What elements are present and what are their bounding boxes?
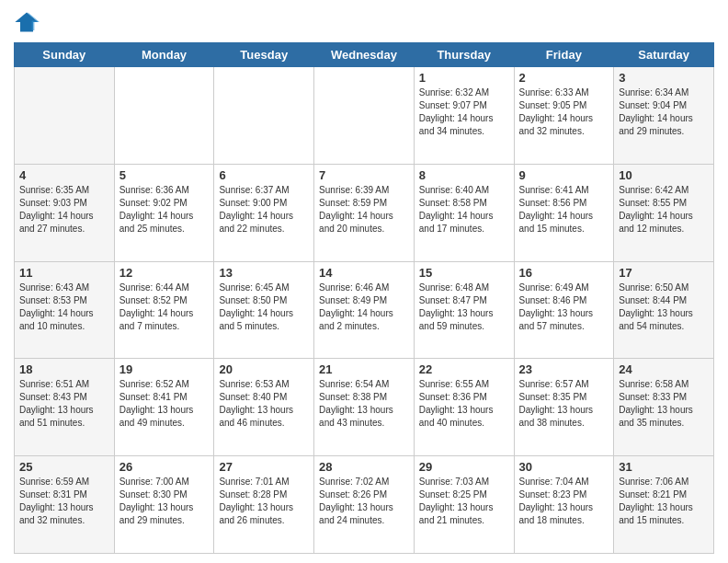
day-number: 12 bbox=[119, 266, 210, 280]
weekday-header-thursday: Thursday bbox=[414, 43, 514, 67]
day-number: 10 bbox=[619, 168, 709, 182]
day-number: 24 bbox=[619, 362, 709, 376]
calendar-cell: 22Sunrise: 6:55 AM Sunset: 8:36 PM Dayli… bbox=[414, 359, 514, 456]
day-number: 25 bbox=[19, 460, 109, 474]
day-number: 8 bbox=[419, 168, 509, 182]
calendar-cell: 29Sunrise: 7:03 AM Sunset: 8:25 PM Dayli… bbox=[414, 456, 514, 554]
calendar-cell: 24Sunrise: 6:58 AM Sunset: 8:33 PM Dayli… bbox=[614, 359, 714, 456]
calendar-cell: 4Sunrise: 6:35 AM Sunset: 9:03 PM Daylig… bbox=[15, 164, 115, 261]
day-info: Sunrise: 6:37 AM Sunset: 9:00 PM Dayligh… bbox=[219, 184, 309, 236]
day-info: Sunrise: 7:03 AM Sunset: 8:25 PM Dayligh… bbox=[419, 476, 509, 527]
day-info: Sunrise: 6:39 AM Sunset: 8:59 PM Dayligh… bbox=[319, 184, 409, 236]
day-number: 13 bbox=[219, 266, 309, 280]
calendar-cell: 15Sunrise: 6:48 AM Sunset: 8:47 PM Dayli… bbox=[414, 261, 514, 359]
calendar-cell: 9Sunrise: 6:41 AM Sunset: 8:56 PM Daylig… bbox=[514, 164, 614, 261]
calendar-cell: 10Sunrise: 6:42 AM Sunset: 8:55 PM Dayli… bbox=[614, 164, 714, 261]
calendar-cell: 23Sunrise: 6:57 AM Sunset: 8:35 PM Dayli… bbox=[514, 359, 614, 456]
calendar-cell: 2Sunrise: 6:33 AM Sunset: 9:05 PM Daylig… bbox=[514, 67, 614, 165]
day-info: Sunrise: 6:42 AM Sunset: 8:55 PM Dayligh… bbox=[619, 184, 709, 236]
day-info: Sunrise: 7:01 AM Sunset: 8:28 PM Dayligh… bbox=[219, 476, 309, 527]
day-number: 26 bbox=[119, 460, 210, 474]
day-number: 29 bbox=[419, 460, 509, 474]
calendar-cell: 12Sunrise: 6:44 AM Sunset: 8:52 PM Dayli… bbox=[114, 261, 214, 359]
day-number: 4 bbox=[19, 168, 109, 182]
calendar-cell: 25Sunrise: 6:59 AM Sunset: 8:31 PM Dayli… bbox=[15, 456, 115, 554]
day-number: 17 bbox=[619, 266, 709, 280]
day-info: Sunrise: 6:46 AM Sunset: 8:49 PM Dayligh… bbox=[319, 282, 409, 333]
calendar-cell: 5Sunrise: 6:36 AM Sunset: 9:02 PM Daylig… bbox=[114, 164, 214, 261]
day-info: Sunrise: 6:34 AM Sunset: 9:04 PM Dayligh… bbox=[619, 86, 709, 138]
weekday-header-sunday: Sunday bbox=[15, 43, 115, 67]
day-number: 2 bbox=[519, 71, 609, 85]
week-row-3: 11Sunrise: 6:43 AM Sunset: 8:53 PM Dayli… bbox=[15, 261, 714, 359]
day-info: Sunrise: 6:36 AM Sunset: 9:02 PM Dayligh… bbox=[119, 184, 210, 236]
day-info: Sunrise: 6:51 AM Sunset: 8:43 PM Dayligh… bbox=[19, 378, 109, 430]
day-info: Sunrise: 6:48 AM Sunset: 8:47 PM Dayligh… bbox=[419, 282, 509, 333]
day-info: Sunrise: 7:00 AM Sunset: 8:30 PM Dayligh… bbox=[119, 476, 210, 527]
calendar-cell bbox=[214, 67, 314, 165]
weekday-header-wednesday: Wednesday bbox=[314, 43, 415, 67]
calendar-cell: 14Sunrise: 6:46 AM Sunset: 8:49 PM Dayli… bbox=[314, 261, 415, 359]
day-info: Sunrise: 6:49 AM Sunset: 8:46 PM Dayligh… bbox=[519, 282, 609, 333]
day-info: Sunrise: 6:35 AM Sunset: 9:03 PM Dayligh… bbox=[19, 184, 109, 236]
day-number: 31 bbox=[619, 460, 709, 474]
day-number: 9 bbox=[519, 168, 609, 182]
calendar-cell bbox=[15, 67, 115, 165]
calendar-cell: 30Sunrise: 7:04 AM Sunset: 8:23 PM Dayli… bbox=[514, 456, 614, 554]
day-number: 30 bbox=[519, 460, 609, 474]
weekday-header-monday: Monday bbox=[114, 43, 214, 67]
day-number: 22 bbox=[419, 362, 509, 376]
calendar-table: SundayMondayTuesdayWednesdayThursdayFrid… bbox=[14, 42, 714, 554]
week-row-1: 1Sunrise: 6:32 AM Sunset: 9:07 PM Daylig… bbox=[15, 67, 714, 165]
calendar-cell: 7Sunrise: 6:39 AM Sunset: 8:59 PM Daylig… bbox=[314, 164, 415, 261]
day-info: Sunrise: 6:45 AM Sunset: 8:50 PM Dayligh… bbox=[219, 282, 309, 333]
calendar-cell: 28Sunrise: 7:02 AM Sunset: 8:26 PM Dayli… bbox=[314, 456, 415, 554]
day-number: 7 bbox=[319, 168, 409, 182]
week-row-4: 18Sunrise: 6:51 AM Sunset: 8:43 PM Dayli… bbox=[15, 359, 714, 456]
header bbox=[14, 9, 714, 35]
day-number: 27 bbox=[219, 460, 309, 474]
logo bbox=[14, 9, 41, 35]
day-info: Sunrise: 6:33 AM Sunset: 9:05 PM Dayligh… bbox=[519, 86, 609, 138]
day-number: 18 bbox=[19, 362, 109, 376]
weekday-header-row: SundayMondayTuesdayWednesdayThursdayFrid… bbox=[15, 43, 714, 67]
day-info: Sunrise: 6:54 AM Sunset: 8:38 PM Dayligh… bbox=[319, 378, 409, 430]
calendar-cell: 16Sunrise: 6:49 AM Sunset: 8:46 PM Dayli… bbox=[514, 261, 614, 359]
day-number: 28 bbox=[319, 460, 409, 474]
calendar-cell: 11Sunrise: 6:43 AM Sunset: 8:53 PM Dayli… bbox=[15, 261, 115, 359]
page: SundayMondayTuesdayWednesdayThursdayFrid… bbox=[0, 0, 728, 563]
calendar-cell: 19Sunrise: 6:52 AM Sunset: 8:41 PM Dayli… bbox=[114, 359, 214, 456]
day-number: 19 bbox=[119, 362, 210, 376]
day-info: Sunrise: 6:55 AM Sunset: 8:36 PM Dayligh… bbox=[419, 378, 509, 430]
calendar-cell bbox=[114, 67, 214, 165]
day-number: 1 bbox=[419, 71, 509, 85]
day-info: Sunrise: 6:40 AM Sunset: 8:58 PM Dayligh… bbox=[419, 184, 509, 236]
day-info: Sunrise: 6:50 AM Sunset: 8:44 PM Dayligh… bbox=[619, 282, 709, 333]
day-info: Sunrise: 7:04 AM Sunset: 8:23 PM Dayligh… bbox=[519, 476, 609, 527]
day-info: Sunrise: 6:43 AM Sunset: 8:53 PM Dayligh… bbox=[19, 282, 109, 333]
day-number: 20 bbox=[219, 362, 309, 376]
calendar-cell: 6Sunrise: 6:37 AM Sunset: 9:00 PM Daylig… bbox=[214, 164, 314, 261]
day-number: 11 bbox=[19, 266, 109, 280]
weekday-header-friday: Friday bbox=[514, 43, 614, 67]
day-number: 14 bbox=[319, 266, 409, 280]
day-info: Sunrise: 7:02 AM Sunset: 8:26 PM Dayligh… bbox=[319, 476, 409, 527]
logo-icon bbox=[14, 9, 40, 35]
calendar-cell: 21Sunrise: 6:54 AM Sunset: 8:38 PM Dayli… bbox=[314, 359, 415, 456]
day-number: 15 bbox=[419, 266, 509, 280]
day-info: Sunrise: 6:44 AM Sunset: 8:52 PM Dayligh… bbox=[119, 282, 210, 333]
calendar-cell: 17Sunrise: 6:50 AM Sunset: 8:44 PM Dayli… bbox=[614, 261, 714, 359]
day-info: Sunrise: 6:32 AM Sunset: 9:07 PM Dayligh… bbox=[419, 86, 509, 138]
day-number: 5 bbox=[119, 168, 210, 182]
calendar-cell: 27Sunrise: 7:01 AM Sunset: 8:28 PM Dayli… bbox=[214, 456, 314, 554]
calendar-cell: 8Sunrise: 6:40 AM Sunset: 8:58 PM Daylig… bbox=[414, 164, 514, 261]
calendar-cell: 18Sunrise: 6:51 AM Sunset: 8:43 PM Dayli… bbox=[15, 359, 115, 456]
day-number: 16 bbox=[519, 266, 609, 280]
day-info: Sunrise: 7:06 AM Sunset: 8:21 PM Dayligh… bbox=[619, 476, 709, 527]
day-number: 3 bbox=[619, 71, 709, 85]
day-info: Sunrise: 6:41 AM Sunset: 8:56 PM Dayligh… bbox=[519, 184, 609, 236]
weekday-header-saturday: Saturday bbox=[614, 43, 714, 67]
day-info: Sunrise: 6:59 AM Sunset: 8:31 PM Dayligh… bbox=[19, 476, 109, 527]
calendar-cell: 20Sunrise: 6:53 AM Sunset: 8:40 PM Dayli… bbox=[214, 359, 314, 456]
calendar-cell: 31Sunrise: 7:06 AM Sunset: 8:21 PM Dayli… bbox=[614, 456, 714, 554]
